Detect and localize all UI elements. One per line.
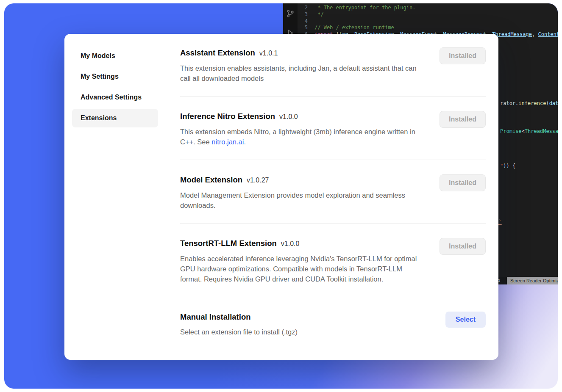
sidebar-item-my-settings[interactable]: My Settings: [72, 67, 158, 86]
row-divider: [180, 297, 486, 297]
extension-description: This extension enables assistants, inclu…: [180, 63, 425, 83]
code-fragment: Promise<ThreadMessage>: [500, 128, 558, 134]
line-number: 2: [298, 5, 314, 11]
extension-version: v1.0.0: [281, 240, 300, 247]
extension-name: Model Extension: [180, 175, 242, 184]
extension-description: This extension embeds Nitro, a lightweig…: [180, 127, 425, 147]
line-number: 3: [298, 11, 314, 18]
extension-name: TensortRT-LLM Extension: [180, 239, 277, 248]
sidebar-item-extensions[interactable]: Extensions: [72, 109, 158, 127]
installed-button[interactable]: Installed: [440, 238, 486, 255]
screen-reader-indicator[interactable]: Screen Reader Optimized: [507, 277, 558, 284]
extension-description: Enables accelerated inference leveraging…: [180, 254, 425, 284]
installed-button[interactable]: Installed: [440, 174, 486, 191]
settings-sidebar: My Models My Settings Advanced Settings …: [64, 34, 165, 360]
extension-row-tensorrt-llm: TensortRT-LLM Extensionv1.0.0 Enables ac…: [180, 238, 486, 284]
extension-title: Model Extensionv1.0.27: [180, 174, 425, 186]
code-fragment: ")) {: [500, 163, 515, 169]
extension-title: Assistant Extensionv1.0.1: [180, 47, 425, 59]
extension-info: TensortRT-LLM Extensionv1.0.0 Enables ac…: [180, 238, 425, 284]
source-control-icon[interactable]: [286, 9, 295, 18]
extension-row-inference-nitro: Inference Nitro Extensionv1.0.0 This ext…: [180, 111, 486, 147]
extensions-panel: Assistant Extensionv1.0.1 This extension…: [166, 34, 498, 360]
extension-row-model: Model Extensionv1.0.27 Model Management …: [180, 174, 486, 210]
extension-info: Manual Installation Select an extension …: [180, 312, 298, 337]
row-divider: [180, 96, 486, 97]
nitro-jan-ai-link[interactable]: nitro.jan.ai.: [211, 138, 246, 146]
line-number: 5: [298, 25, 314, 31]
extension-name: Assistant Extension: [180, 48, 255, 57]
sidebar-item-advanced-settings[interactable]: Advanced Settings: [72, 88, 158, 107]
code-line: 4: [298, 18, 558, 25]
extension-title: Inference Nitro Extensionv1.0.0: [180, 111, 425, 122]
code-line: 2 * The entrypoint for the plugin.: [298, 5, 558, 11]
code-fragment: rator.inference(data));: [500, 100, 558, 106]
code-line: 3 */: [298, 11, 558, 18]
extension-info: Assistant Extensionv1.0.1 This extension…: [180, 47, 425, 83]
extension-version: v1.0.27: [247, 177, 269, 184]
code-lines: 2 * The entrypoint for the plugin. 3 */ …: [298, 5, 558, 38]
row-divider: [180, 160, 486, 160]
desktop-window: 2 * The entrypoint for the plugin. 3 */ …: [4, 3, 558, 389]
screenshot-root: 2 * The entrypoint for the plugin. 3 */ …: [0, 0, 562, 392]
extension-info: Inference Nitro Extensionv1.0.0 This ext…: [180, 111, 425, 147]
installed-button[interactable]: Installed: [440, 111, 486, 128]
installed-button[interactable]: Installed: [440, 47, 486, 64]
manual-installation-title: Manual Installation: [180, 312, 298, 323]
manual-installation-description: Select an extension file to install (.tg…: [180, 327, 298, 337]
sidebar-item-my-models[interactable]: My Models: [72, 47, 158, 65]
row-divider: [180, 223, 486, 224]
extension-description: Model Management Extension provides mode…: [180, 190, 425, 210]
code-line: 5// Web / extension runtime: [298, 25, 558, 31]
extension-info: Model Extensionv1.0.27 Model Management …: [180, 174, 425, 210]
extension-version: v1.0.0: [279, 113, 298, 120]
extension-version: v1.0.1: [259, 50, 278, 57]
select-file-button[interactable]: Select: [445, 312, 486, 328]
settings-modal: My Models My Settings Advanced Settings …: [64, 34, 498, 360]
line-number: 4: [298, 18, 314, 25]
manual-installation-row: Manual Installation Select an extension …: [180, 312, 486, 337]
extension-title: TensortRT-LLM Extensionv1.0.0: [180, 238, 425, 249]
extension-row-assistant: Assistant Extensionv1.0.1 This extension…: [180, 47, 486, 83]
extension-name: Inference Nitro Extension: [180, 112, 275, 121]
